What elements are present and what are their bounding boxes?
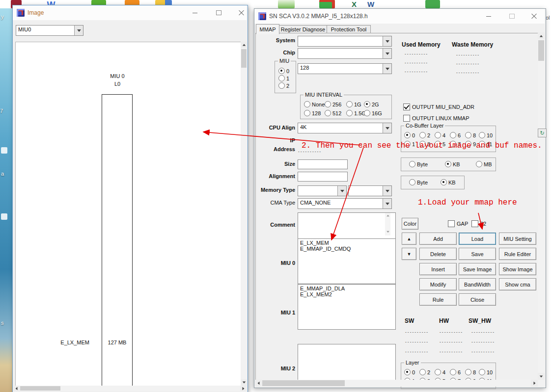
image-window-titlebar[interactable]: Image bbox=[13, 5, 247, 20]
maximize-button[interactable] bbox=[504, 11, 519, 21]
scrollbar-thumb[interactable] bbox=[241, 49, 247, 68]
cma-type-select[interactable]: CMA_NONE bbox=[298, 198, 392, 209]
close-button[interactable] bbox=[526, 11, 541, 21]
save-button[interactable]: Save bbox=[459, 248, 496, 260]
scrollbar-thumb[interactable] bbox=[20, 386, 60, 391]
miu2-textarea[interactable] bbox=[298, 344, 396, 382]
radio-interval-256[interactable]: 256 bbox=[325, 101, 341, 107]
dropdown-button[interactable] bbox=[383, 36, 391, 46]
green-tool-icon[interactable] bbox=[319, 0, 335, 8]
radio-unit2-kb[interactable]: KB bbox=[441, 179, 456, 185]
dropdown-button[interactable] bbox=[383, 49, 391, 58]
radio-cobuf-7[interactable]: 7 bbox=[450, 141, 461, 147]
radio-unit-kb[interactable]: KB bbox=[445, 161, 460, 167]
radio-miu-1[interactable]: 1 bbox=[278, 75, 289, 81]
radio-cobuf-11[interactable]: 11 bbox=[479, 141, 492, 147]
radio-miu-0[interactable]: 0 bbox=[278, 68, 289, 74]
dropdown-button[interactable] bbox=[383, 199, 391, 209]
radio-unit2-byte[interactable]: Byte bbox=[409, 179, 428, 185]
scroll-right-button[interactable] bbox=[240, 386, 247, 391]
minimize-button[interactable] bbox=[481, 11, 496, 21]
radio-unit-byte[interactable]: Byte bbox=[409, 161, 428, 167]
radio-layer-8[interactable]: 8 bbox=[465, 369, 476, 375]
radio-interval-1.5g[interactable]: 1.5G bbox=[346, 110, 366, 116]
scroll-up-button[interactable] bbox=[241, 42, 247, 48]
rule-editer-button[interactable]: Rule Editer bbox=[499, 248, 536, 260]
radio-cobuf-2[interactable]: 2 bbox=[419, 132, 430, 138]
radio-cobuf-0[interactable]: 0 bbox=[404, 132, 415, 138]
close-form-button[interactable]: Close bbox=[459, 293, 496, 306]
modify-button[interactable]: Modify bbox=[419, 278, 457, 290]
radio-cobuf-8[interactable]: 8 bbox=[465, 132, 476, 138]
scroll-left-button[interactable] bbox=[255, 380, 262, 387]
radio-layer-10[interactable]: 10 bbox=[479, 369, 493, 375]
alignment-input[interactable] bbox=[298, 172, 348, 182]
radio-miu-2[interactable]: 2 bbox=[278, 82, 289, 89]
add-button[interactable]: Add bbox=[419, 233, 457, 245]
radio-layer-2[interactable]: 2 bbox=[419, 369, 430, 375]
miu-setting-button[interactable]: MIU Setting bbox=[499, 233, 536, 245]
minimize-button[interactable] bbox=[188, 8, 202, 18]
miu0-textarea[interactable]: E_LX_MEM E_MMAP_ID_CMDQ bbox=[298, 238, 396, 284]
radio-interval-512[interactable]: 512 bbox=[325, 110, 341, 116]
radio-cobuf-3[interactable]: 3 bbox=[419, 141, 430, 147]
radio-layer-4[interactable]: 4 bbox=[435, 369, 445, 375]
checkbox-output-miu-end-adr[interactable]: OUTPUT MIU_END_ADR bbox=[403, 104, 474, 110]
show-image-button[interactable]: Show Image bbox=[499, 263, 536, 275]
desktop-icon[interactable] bbox=[1, 147, 7, 154]
comment-scrollbar[interactable] bbox=[385, 213, 390, 235]
delete-button[interactable]: Delete bbox=[419, 248, 457, 260]
size-input[interactable] bbox=[298, 159, 348, 169]
system-select[interactable] bbox=[298, 36, 392, 47]
radio-cobuf-10[interactable]: 10 bbox=[479, 132, 493, 138]
miu1-textarea[interactable]: E_MMAP_ID_DLA E_LX_MEM2 bbox=[298, 284, 396, 330]
insert-button[interactable]: Insert bbox=[419, 263, 457, 275]
load-button[interactable]: Load bbox=[459, 233, 496, 245]
sca-window-titlebar[interactable]: SN SCA V3.0.2 MMAP_I5_128x128.h bbox=[254, 9, 545, 24]
radio-layer-0[interactable]: 0 bbox=[404, 369, 415, 375]
radio-interval-2g[interactable]: 2G bbox=[364, 101, 379, 107]
memory-type-select-1[interactable] bbox=[298, 185, 347, 196]
memory-type-select-2[interactable] bbox=[348, 185, 392, 196]
color-button[interactable]: Color bbox=[402, 218, 418, 230]
move-down-button[interactable]: ▼ bbox=[402, 248, 416, 260]
close-button[interactable] bbox=[234, 8, 248, 18]
radio-cobuf-5[interactable]: 5 bbox=[435, 141, 445, 147]
checkbox-gap[interactable]: GAP bbox=[448, 220, 468, 227]
maximize-button[interactable] bbox=[211, 8, 226, 18]
dropdown-button[interactable] bbox=[383, 186, 391, 196]
green-tool2-icon[interactable] bbox=[425, 0, 440, 8]
rule-button[interactable]: Rule bbox=[419, 293, 457, 306]
plant-app-icon[interactable] bbox=[278, 0, 295, 8]
radio-unit-mb[interactable]: MB bbox=[476, 161, 492, 167]
radio-interval-none[interactable]: None bbox=[304, 101, 325, 107]
bandwidth-button[interactable]: BandWidth bbox=[459, 278, 496, 290]
dropdown-button[interactable] bbox=[383, 123, 391, 133]
scroll-down-button[interactable] bbox=[538, 373, 545, 380]
radio-interval-16g[interactable]: 16G bbox=[364, 110, 382, 116]
save-image-button[interactable]: Save Image bbox=[459, 263, 496, 275]
cpu-align-select[interactable]: 4K bbox=[298, 123, 392, 133]
scroll-left-button[interactable] bbox=[13, 386, 20, 391]
radio-cobuf-9[interactable]: 9 bbox=[465, 141, 476, 147]
radio-layer-6[interactable]: 6 bbox=[450, 369, 461, 375]
comment-textarea[interactable] bbox=[298, 212, 396, 239]
radio-interval-128[interactable]: 128 bbox=[304, 110, 321, 116]
excel-icon[interactable]: X bbox=[348, 0, 360, 8]
miu-select[interactable]: MIU0 bbox=[16, 25, 83, 36]
scroll-right-button[interactable] bbox=[531, 380, 538, 387]
scroll-down-button[interactable] bbox=[241, 379, 247, 386]
radio-cobuf-4[interactable]: 4 bbox=[435, 132, 445, 138]
checkbox-32[interactable]: 32 bbox=[471, 220, 486, 227]
scrollbar-thumb[interactable] bbox=[262, 380, 345, 386]
scroll-up-button[interactable] bbox=[538, 32, 545, 39]
dropdown-button[interactable] bbox=[74, 26, 83, 35]
radio-cobuf-6[interactable]: 6 bbox=[450, 132, 461, 138]
miu-size-select[interactable]: 128 bbox=[298, 63, 392, 74]
tab-mmap[interactable]: MMAP bbox=[256, 24, 279, 34]
dropdown-button[interactable] bbox=[383, 64, 391, 74]
scrollbar-thumb[interactable] bbox=[538, 40, 544, 61]
radio-interval-1g[interactable]: 1G bbox=[346, 101, 361, 107]
checkbox-output-linux-mmap[interactable]: OUTPUT LINUX MMAP bbox=[403, 115, 469, 122]
radio-cobuf-1[interactable]: 1 bbox=[404, 141, 415, 147]
